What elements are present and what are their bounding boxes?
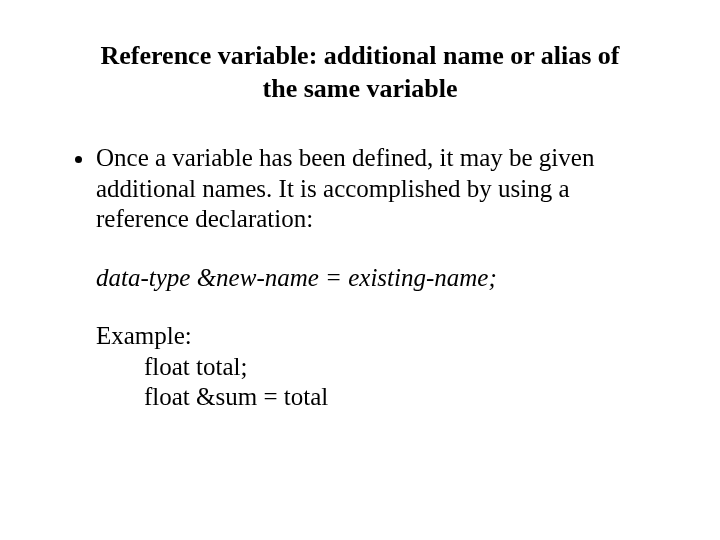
example-code-line-1: float total; (144, 352, 660, 383)
slide-title: Reference variable: additional name or a… (80, 40, 640, 105)
bullet-item: Once a variable has been defined, it may… (96, 143, 660, 235)
example-label: Example: (96, 321, 660, 352)
title-line-2: the same variable (263, 74, 458, 103)
title-line-1: Reference variable: additional name or a… (101, 41, 620, 70)
syntax-line: data-type &new-name = existing-name; (96, 263, 660, 294)
slide: Reference variable: additional name or a… (0, 0, 720, 540)
body-list: Once a variable has been defined, it may… (60, 143, 660, 235)
example-code-line-2: float &sum = total (144, 382, 660, 413)
